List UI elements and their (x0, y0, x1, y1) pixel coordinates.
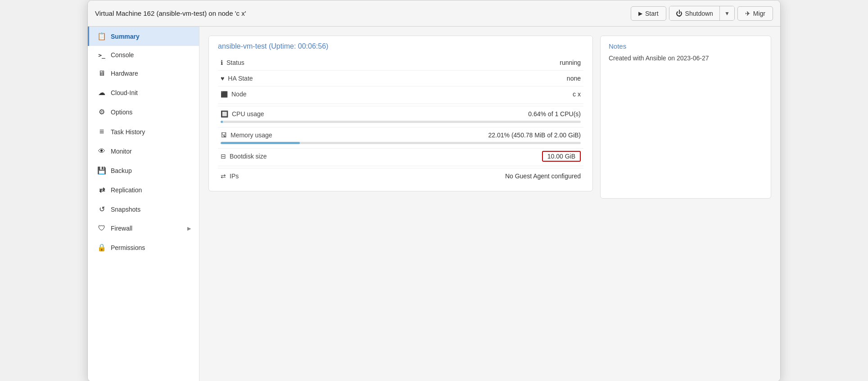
node-value: c x (573, 91, 581, 98)
migrate-button[interactable]: ✈ Migr (737, 6, 773, 21)
bootdisk-icon: ⊟ (221, 153, 226, 160)
bootdisk-value: 10.00 GiB (542, 153, 581, 160)
hardware-icon: 🖥 (97, 69, 106, 77)
sidebar-item-backup[interactable]: 💾 Backup (88, 161, 199, 180)
options-icon: ⚙ (97, 108, 106, 116)
firewall-icon: 🛡 (97, 224, 106, 232)
sidebar-item-task-history[interactable]: ≡ Task History (88, 122, 199, 142)
cpu-progress-bar (221, 121, 581, 123)
node-row: ⬛ Node c x (218, 86, 583, 102)
chevron-down-icon: ▼ (724, 10, 730, 17)
sidebar-label-hardware: Hardware (111, 70, 191, 77)
memory-usage-label: Memory usage (231, 132, 272, 139)
cpu-usage-label-group: 🔲 CPU usage (221, 110, 528, 118)
divider-2 (218, 166, 583, 166)
permissions-icon: 🔒 (97, 243, 106, 252)
notes-content: Created with Ansible on 2023-06-27 (609, 54, 763, 62)
vm-info-card: ansible-vm-test (Uptime: 00:06:56) ℹ Sta… (208, 36, 593, 191)
sidebar-item-snapshots[interactable]: ↺ Snapshots (88, 200, 199, 219)
task-history-icon: ≡ (97, 127, 106, 136)
start-label: Start (645, 10, 659, 17)
cpu-icon: 🔲 (221, 110, 228, 118)
sidebar-label-permissions: Permissions (111, 244, 191, 251)
ha-state-label-group: ♥ HA State (221, 75, 567, 82)
sidebar-label-summary: Summary (111, 33, 191, 40)
node-label: Node (231, 91, 246, 98)
title-bar: Virtual Machine 162 (ansible-vm-test) on… (88, 0, 780, 27)
divider-1 (218, 104, 583, 104)
notes-panel: Notes Created with Ansible on 2023-06-27 (600, 36, 771, 199)
ips-label: IPs (230, 172, 239, 180)
shutdown-button-group: ⏻ Shutdown ▼ (669, 6, 735, 21)
summary-icon: 📋 (97, 32, 106, 41)
shutdown-label: Shutdown (685, 10, 713, 17)
sidebar-item-hardware[interactable]: 🖥 Hardware (88, 64, 199, 83)
bootdisk-size-badge: 10.00 GiB (542, 151, 581, 162)
start-button[interactable]: Start (631, 6, 666, 21)
sidebar-item-replication[interactable]: ⇄ Replication (88, 180, 199, 200)
console-icon: >_ (97, 52, 106, 59)
sidebar-label-cloud-init: Cloud-Init (111, 89, 191, 96)
memory-usage-value: 22.01% (450.78 MiB of 2.00 GiB) (488, 132, 581, 139)
migrate-label: Migr (753, 10, 765, 17)
sidebar-item-options[interactable]: ⚙ Options (88, 102, 199, 122)
sidebar-item-firewall[interactable]: 🛡 Firewall ▶ (88, 219, 199, 238)
sidebar-label-replication: Replication (111, 186, 191, 194)
sidebar-label-monitor: Monitor (111, 148, 191, 155)
sidebar-item-monitor[interactable]: 👁 Monitor (88, 142, 199, 161)
status-value: running (560, 59, 581, 66)
memory-progress-bar (221, 142, 581, 144)
status-label: Status (226, 59, 244, 66)
ips-row: ⇄ IPs No Guest Agent configured (218, 168, 583, 184)
monitor-icon: 👁 (97, 147, 106, 155)
bootdisk-label-group: ⊟ Bootdisk size (221, 153, 542, 160)
vm-details-section: ansible-vm-test (Uptime: 00:06:56) ℹ Sta… (208, 36, 593, 199)
backup-icon: 💾 (97, 166, 106, 175)
sidebar-item-cloud-init[interactable]: ☁ Cloud-Init (88, 83, 199, 102)
memory-usage-header: 🖫 Memory usage 22.01% (450.78 MiB of 2.0… (221, 132, 581, 139)
replication-icon: ⇄ (97, 186, 106, 194)
sidebar-item-summary[interactable]: 📋 Summary (88, 27, 199, 46)
main-panel: ansible-vm-test (Uptime: 00:06:56) ℹ Sta… (199, 27, 780, 381)
panels-row: ansible-vm-test (Uptime: 00:06:56) ℹ Sta… (208, 36, 771, 199)
shutdown-button[interactable]: ⏻ Shutdown (669, 6, 720, 20)
sidebar-label-snapshots: Snapshots (111, 206, 191, 213)
notes-title: Notes (609, 42, 763, 50)
memory-progress-fill (221, 142, 300, 144)
vm-title: ansible-vm-test (Uptime: 00:06:56) (218, 42, 583, 50)
content-area: 📋 Summary >_ Console 🖥 Hardware ☁ Cloud-… (88, 27, 780, 381)
status-row: ℹ Status running (218, 55, 583, 70)
sidebar: 📋 Summary >_ Console 🖥 Hardware ☁ Cloud-… (88, 27, 199, 381)
ips-icon: ⇄ (221, 172, 226, 180)
shutdown-power-icon: ⏻ (676, 9, 683, 17)
vm-card-body: ℹ Status running ♥ HA State (209, 55, 592, 191)
window-title: Virtual Machine 162 (ansible-vm-test) on… (95, 9, 246, 17)
toolbar-actions: Start ⏻ Shutdown ▼ ✈ Migr (631, 6, 773, 21)
firewall-chevron-icon: ▶ (187, 226, 191, 231)
node-icon: ⬛ (221, 91, 228, 98)
cpu-progress-fill (221, 121, 223, 123)
sidebar-item-console[interactable]: >_ Console (88, 46, 199, 64)
cloud-init-icon: ☁ (97, 88, 106, 97)
start-icon (638, 10, 642, 17)
ips-label-group: ⇄ IPs (221, 172, 505, 180)
sidebar-label-options: Options (111, 109, 191, 116)
shutdown-dropdown-button[interactable]: ▼ (720, 6, 734, 20)
node-label-group: ⬛ Node (221, 91, 573, 98)
sidebar-label-firewall: Firewall (111, 225, 183, 232)
memory-usage-row: 🖫 Memory usage 22.01% (450.78 MiB of 2.0… (218, 127, 583, 148)
bootdisk-row: ⊟ Bootdisk size 10.00 GiB (218, 148, 583, 164)
status-icon: ℹ (221, 59, 223, 66)
sidebar-label-backup: Backup (111, 167, 191, 174)
cpu-usage-row: 🔲 CPU usage 0.64% of 1 CPU(s) (218, 106, 583, 127)
ha-state-row: ♥ HA State none (218, 70, 583, 86)
sidebar-item-permissions[interactable]: 🔒 Permissions (88, 238, 199, 257)
snapshots-icon: ↺ (97, 205, 106, 213)
main-window: Virtual Machine 162 (ansible-vm-test) on… (87, 0, 781, 381)
sidebar-label-task-history: Task History (111, 128, 191, 136)
ha-state-icon: ♥ (221, 75, 224, 82)
ha-state-value: none (567, 75, 581, 82)
sidebar-label-console: Console (111, 51, 191, 59)
migrate-icon: ✈ (745, 10, 750, 17)
status-label-group: ℹ Status (221, 59, 560, 66)
